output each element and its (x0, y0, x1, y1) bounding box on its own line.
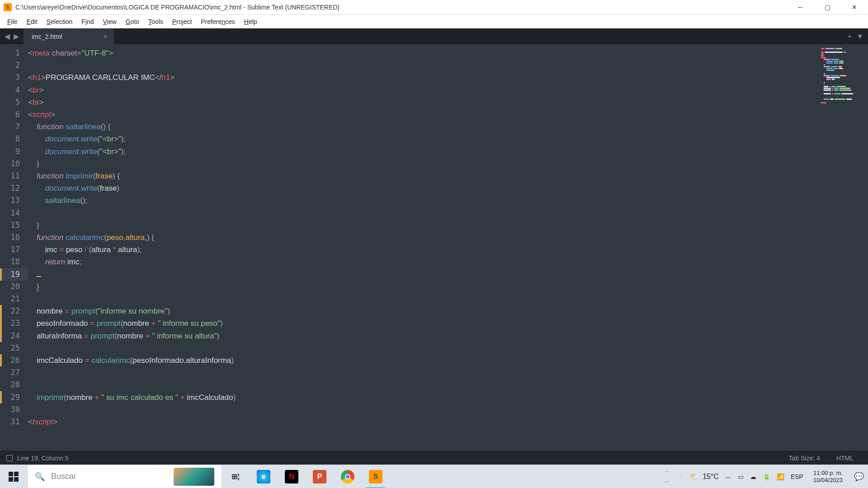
task-view-button[interactable]: ⊞¦ (222, 465, 250, 488)
status-syntax[interactable]: HTML (828, 455, 862, 462)
editor: 1234567891011121314151617181920212223242… (0, 44, 868, 451)
weather-temp: 15°C (703, 473, 719, 481)
scroll-indicator[interactable]: ︿﹀ (661, 468, 672, 486)
system-tray: ❔ ⛅ 15°C ︿ ▭ ☁ 🔋 📶 ESP 11:00 p. m. 10/04… (672, 469, 850, 484)
tab-dropdown-icon[interactable]: ▼ (856, 33, 863, 41)
clock-time: 11:00 p. m. (813, 469, 843, 477)
menu-file[interactable]: File (3, 16, 22, 27)
nav-back-icon[interactable]: ◀ (3, 32, 12, 41)
taskbar: 🔍 Buscar ⊞¦ e N P S ︿﹀ ❔ ⛅ 15°C ︿ ▭ ☁ 🔋 … (0, 465, 868, 488)
menu-help[interactable]: Help (240, 16, 262, 27)
tab-nav-arrows: ◀ ▶ (0, 28, 24, 44)
menu-goto[interactable]: Goto (121, 16, 144, 27)
tray-wifi-icon[interactable]: 📶 (777, 473, 784, 480)
search-icon: 🔍 (35, 472, 45, 482)
tab-actions: + ▼ (843, 28, 868, 44)
code-area[interactable]: <meta charset="UTF-8"> <h1>PROGRAMA CARL… (28, 44, 818, 451)
menu-project[interactable]: Project (168, 16, 197, 27)
menu-tools[interactable]: Tools (144, 16, 168, 27)
tray-language[interactable]: ESP (791, 473, 803, 480)
tab-close-icon[interactable]: × (90, 33, 108, 41)
search-highlight-image (174, 468, 214, 486)
windows-logo-icon (9, 472, 19, 482)
app-sublime[interactable]: S (362, 465, 390, 488)
tray-chevron-icon[interactable]: ︿ (725, 473, 731, 481)
status-position[interactable]: Line 19, Column 5 (17, 455, 69, 462)
app-netflix[interactable]: N (278, 465, 306, 488)
tray-help-icon[interactable]: ❔ (676, 473, 684, 480)
status-tab-size[interactable]: Tab Size: 4 (781, 455, 828, 462)
tray-onedrive-icon[interactable]: ☁ (750, 473, 756, 480)
clock-date: 10/04/2023 (813, 477, 843, 484)
weather-widget[interactable]: ⛅ 15°C (690, 472, 719, 481)
app-chrome[interactable] (334, 465, 362, 488)
minimize-button[interactable]: ─ (787, 0, 814, 15)
title-bar: S C:\Users\areye\OneDrive\Documentos\LOG… (0, 0, 868, 15)
nav-forward-icon[interactable]: ▶ (12, 32, 21, 41)
search-placeholder: Buscar (51, 472, 174, 481)
tab-spacer (114, 28, 843, 44)
menu-selection[interactable]: Selection (42, 16, 77, 27)
gutter: 1234567891011121314151617181920212223242… (0, 44, 28, 451)
start-button[interactable] (0, 465, 27, 488)
tab-label: imc_2.html (32, 33, 62, 40)
status-bar: Line 19, Column 5 Tab Size: 4 HTML (0, 451, 868, 465)
weather-icon: ⛅ (690, 472, 699, 481)
new-tab-icon[interactable]: + (848, 33, 852, 41)
menu-preferences[interactable]: Preferences (196, 16, 240, 27)
taskbar-apps: ⊞¦ e N P S (222, 465, 390, 488)
app-edge[interactable]: e (250, 465, 278, 488)
panel-toggle-icon[interactable] (6, 455, 13, 461)
app-powerpoint[interactable]: P (306, 465, 334, 488)
minimap-content (821, 48, 862, 89)
close-button[interactable]: ✕ (841, 0, 868, 15)
menu-view[interactable]: View (99, 16, 121, 27)
minimap[interactable] (818, 44, 868, 451)
app-icon: S (4, 3, 12, 11)
menu-edit[interactable]: Edit (22, 16, 42, 27)
taskbar-search[interactable]: 🔍 Buscar (27, 465, 222, 488)
window-controls: ─ ▢ ✕ (787, 0, 868, 15)
window-title: C:\Users\areye\OneDrive\Documentos\LOGIC… (15, 4, 787, 11)
maximize-button[interactable]: ▢ (814, 0, 841, 15)
taskbar-clock[interactable]: 11:00 p. m. 10/04/2023 (810, 469, 846, 484)
tray-battery-icon[interactable]: 🔋 (763, 473, 770, 480)
notifications-button[interactable]: 💬 (850, 472, 868, 482)
tab-imc2[interactable]: imc_2.html × (24, 28, 114, 44)
menu-find[interactable]: Find (77, 16, 98, 27)
tab-bar: ◀ ▶ imc_2.html × + ▼ (0, 28, 868, 44)
tray-meet-icon[interactable]: ▭ (738, 473, 744, 480)
menu-bar: File Edit Selection Find View Goto Tools… (0, 15, 868, 28)
